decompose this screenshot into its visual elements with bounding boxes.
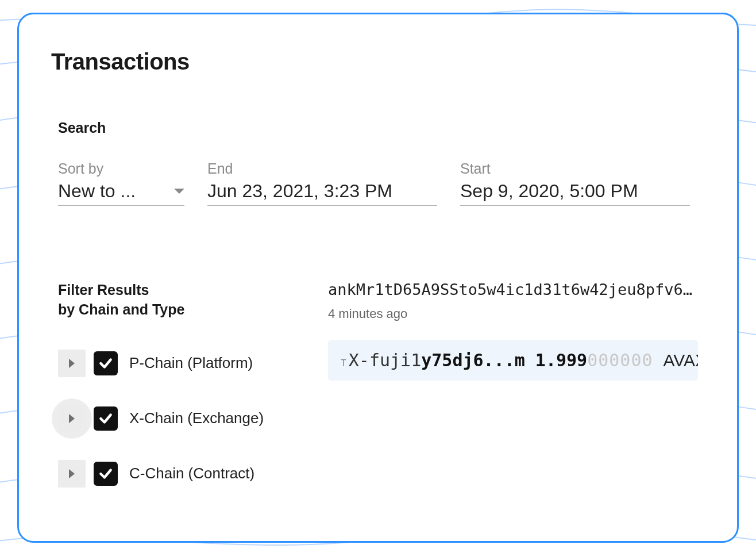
chain-filter-c-chain: C-Chain (Contract) [58,460,305,488]
chain-label: X-Chain (Exchange) [129,409,264,427]
check-icon [98,466,113,481]
chain-filter-x-chain: X-Chain (Exchange) [58,405,305,432]
start-date-field[interactable]: Start Sep 9, 2020, 5:00 PM [460,160,690,206]
amount-main: 1.999 [535,350,587,370]
address-suffix: y75dj6...m [421,350,525,370]
chain-filter-p-chain: P-Chain (Platform) [58,350,305,377]
chevron-right-icon [69,359,75,368]
amount-currency: AVAX [664,351,698,370]
dropdown-caret-icon [174,189,184,194]
start-label: Start [460,160,690,177]
checkbox-x-chain[interactable] [94,406,118,431]
sort-by-label: Sort by [58,160,184,177]
page-title: Transactions [51,49,705,75]
chain-label: C-Chain (Contract) [129,465,254,482]
end-value: Jun 23, 2021, 3:23 PM [207,181,392,202]
filter-panel: Filter Results by Chain and Type P-Chain… [58,281,305,488]
results-panel: ankMr1tD65A9SSto5w4ic1d31t6w42jeu8pfv6… … [328,281,698,488]
filter-title-line2: by Chain and Type [58,301,184,317]
end-label: End [207,160,437,177]
chain-label: P-Chain (Platform) [129,354,253,372]
transaction-hash[interactable]: ankMr1tD65A9SSto5w4ic1d31t6w42jeu8pfv6… [328,281,698,298]
sort-by-value: New to ... [58,181,136,202]
check-icon [98,411,113,426]
type-badge: T [341,358,346,369]
expand-p-chain-button[interactable] [58,350,86,377]
expand-x-chain-button[interactable] [58,405,86,432]
search-section: Search Sort by New to ... End Jun 23, 20… [51,120,705,206]
address-prefix: X-fuji1 [349,350,421,370]
chevron-right-icon [69,414,75,423]
transactions-card: Transactions Search Sort by New to ... E… [17,13,739,543]
transaction-row[interactable]: T X-fuji1y75dj6...m 1.999000000 AVAX [328,340,698,381]
checkbox-p-chain[interactable] [94,351,118,375]
checkbox-c-chain[interactable] [94,462,118,486]
expand-c-chain-button[interactable] [58,460,86,488]
filter-title-line1: Filter Results [58,282,149,298]
check-icon [98,356,113,371]
search-label: Search [58,120,698,136]
end-date-field[interactable]: End Jun 23, 2021, 3:23 PM [207,160,437,206]
sort-by-field[interactable]: Sort by New to ... [58,160,184,206]
transaction-age: 4 minutes ago [328,306,698,321]
start-value: Sep 9, 2020, 5:00 PM [460,181,638,202]
amount-decimals: 000000 [587,350,653,370]
chevron-right-icon [69,469,75,478]
